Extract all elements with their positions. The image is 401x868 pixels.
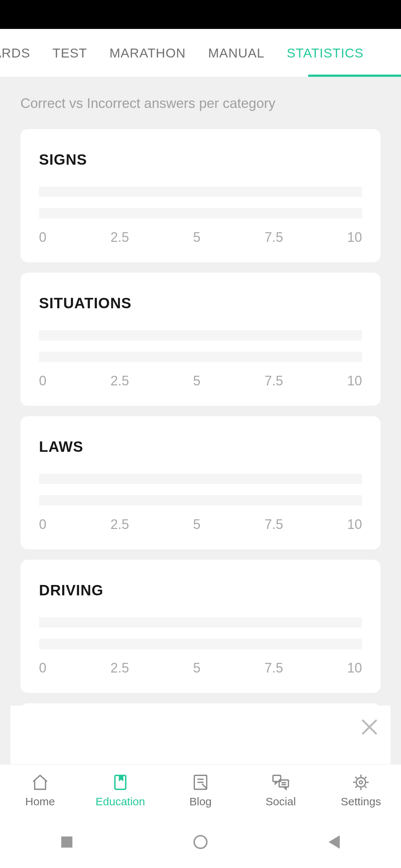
chart-bars [39,474,362,506]
popup-banner [10,706,391,764]
bottom-nav: Home Education Blog Social [0,764,401,816]
chart-bars [39,617,362,649]
svg-line-17 [365,777,366,778]
tick: 10 [347,517,362,532]
tick: 10 [347,373,362,389]
chart-bars [39,330,362,362]
sys-recent[interactable] [59,835,74,849]
top-tabs: ARDS TEST MARATHON MANUAL STATISTICS [0,29,401,77]
svg-line-14 [355,777,357,778]
tick: 0 [39,230,46,245]
gear-icon [352,773,370,792]
card-title: DRIVING [39,582,362,599]
nav-social[interactable]: Social [241,773,321,808]
bar-incorrect [39,208,362,218]
note-icon [191,773,210,792]
chat-icon [271,773,290,792]
category-card-signs: SIGNS 0 2.5 5 7.5 10 [20,129,381,262]
axis: 0 2.5 5 7.5 10 [39,660,362,676]
category-card-situations: SITUATIONS 0 2.5 5 7.5 10 [20,273,381,406]
nav-blog[interactable]: Blog [160,773,241,808]
bar-correct [39,474,362,484]
tick: 10 [347,230,362,245]
tick: 0 [39,517,46,532]
tick: 2.5 [110,517,129,532]
tab-cards[interactable]: ARDS [0,29,41,77]
tick: 5 [193,230,200,245]
section-title: Correct vs Incorrect answers per categor… [20,96,381,111]
axis: 0 2.5 5 7.5 10 [39,230,362,245]
bar-incorrect [39,639,362,649]
sys-home[interactable] [193,835,208,849]
nav-label: Social [265,795,296,808]
triangle-icon [329,835,340,849]
chart-bars [39,187,362,218]
svg-point-9 [359,780,362,783]
nav-label: Home [25,795,55,808]
tick: 2.5 [110,373,129,389]
home-icon [31,773,49,792]
tick: 2.5 [110,660,129,676]
circle-icon [193,835,208,849]
tab-test[interactable]: TEST [41,29,98,77]
category-card-driving: DRIVING 0 2.5 5 7.5 10 [20,560,381,693]
nav-label: Settings [341,795,381,808]
bar-incorrect [39,352,362,362]
card-title: SIGNS [39,151,362,168]
status-bar [0,0,401,29]
sys-back[interactable] [327,835,342,849]
tab-manual[interactable]: MANUAL [197,29,276,77]
tab-statistics[interactable]: STATISTICS [276,29,375,77]
book-icon [111,773,130,792]
nav-label: Education [95,795,145,808]
tick: 5 [193,373,200,389]
nav-settings[interactable]: Settings [321,773,401,808]
card-title: LAWS [39,438,362,455]
bar-correct [39,187,362,197]
card-title: SITUATIONS [39,295,362,312]
bar-correct [39,330,362,341]
tick: 7.5 [264,660,283,676]
tick: 7.5 [264,230,283,245]
tick: 0 [39,660,46,676]
nav-label: Blog [189,795,212,808]
tab-indicator [308,75,401,77]
tick: 5 [193,660,200,676]
tick: 5 [193,517,200,532]
tick: 0 [39,373,46,389]
svg-line-15 [365,786,366,788]
tick: 7.5 [264,373,283,389]
svg-line-16 [355,786,357,788]
nav-education[interactable]: Education [80,773,160,808]
category-card-laws: LAWS 0 2.5 5 7.5 10 [20,416,381,549]
bar-correct [39,617,362,628]
square-icon [61,836,72,848]
axis: 0 2.5 5 7.5 10 [39,373,362,389]
system-nav [0,816,401,868]
tick: 10 [347,660,362,676]
bar-incorrect [39,495,362,506]
svg-point-8 [356,777,366,787]
nav-home[interactable]: Home [0,773,80,808]
tick: 7.5 [264,517,283,532]
tick: 2.5 [110,230,129,245]
tab-marathon[interactable]: MARATHON [98,29,197,77]
axis: 0 2.5 5 7.5 10 [39,517,362,532]
close-icon[interactable] [361,719,378,735]
